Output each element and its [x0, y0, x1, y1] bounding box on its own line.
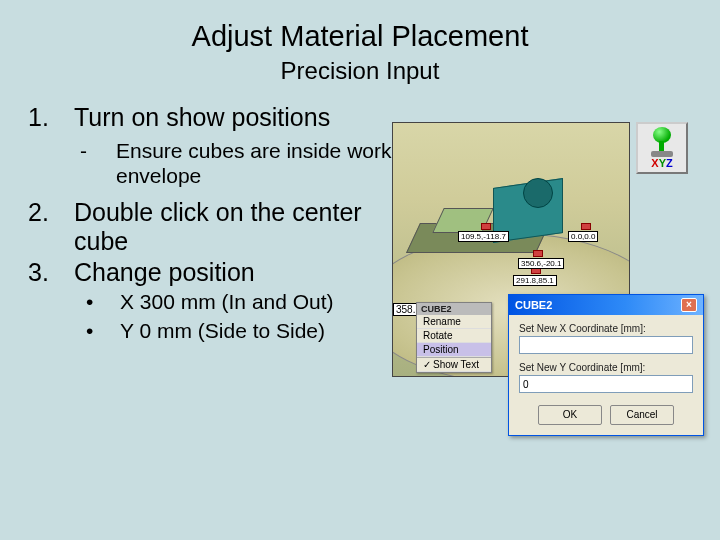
bullet-2-marker: • [78, 317, 120, 345]
ctx-rotate[interactable]: Rotate [417, 329, 491, 343]
check-icon: ✓ [423, 359, 433, 370]
y-coord-label: Set New Y Coordinate [mm]: [519, 362, 693, 373]
step-2-number: 2. [28, 198, 74, 256]
milling-machine [413, 168, 563, 258]
bullet-2-text: Y 0 mm (Side to Side) [120, 317, 325, 345]
bullet-1-text: X 300 mm (In and Out) [120, 288, 334, 316]
step-1-sub-marker: - [72, 138, 116, 188]
position-dialog: CUBE2 × Set New X Coordinate [mm]: Set N… [508, 294, 704, 436]
cube-marker [481, 223, 491, 230]
dialog-title-text: CUBE2 [515, 299, 552, 311]
step-3-text: Change position [74, 258, 255, 287]
cube-marker [581, 223, 591, 230]
y-coord-input[interactable] [519, 375, 693, 393]
xyz-z: Z [666, 157, 673, 169]
ctx-position[interactable]: Position [417, 343, 491, 357]
close-button[interactable]: × [681, 298, 697, 312]
machine-spindle [523, 178, 553, 208]
step-2-text: Double click on the center cube [74, 198, 374, 256]
coord-label: 291.8,85.1 [513, 275, 557, 286]
joystick-icon [653, 127, 671, 143]
context-menu: CUBE2 Rename Rotate Position ✓Show Text [416, 302, 492, 373]
coord-label: 109.5,-118.7 [458, 231, 509, 242]
step-1-number: 1. [28, 103, 74, 132]
step-3-number: 3. [28, 258, 74, 287]
cancel-button[interactable]: Cancel [610, 405, 674, 425]
coord-label: 0.0,0.0 [568, 231, 598, 242]
x-coord-input[interactable] [519, 336, 693, 354]
ok-button[interactable]: OK [538, 405, 602, 425]
dialog-buttons: OK Cancel [519, 405, 693, 425]
dialog-titlebar: CUBE2 × [509, 295, 703, 315]
slide-title: Adjust Material Placement [0, 0, 720, 53]
slide-subtitle: Precision Input [0, 53, 720, 103]
xyz-y: Y [659, 157, 666, 169]
coord-label: 350.6,-20.1 [518, 258, 564, 269]
ctx-rename[interactable]: Rename [417, 315, 491, 329]
xyz-x: X [651, 157, 658, 169]
ctx-show-text[interactable]: ✓Show Text [417, 357, 491, 372]
ctx-show-text-label: Show Text [433, 359, 479, 370]
cube-marker [533, 250, 543, 257]
x-coord-label: Set New X Coordinate [mm]: [519, 323, 693, 334]
context-menu-title: CUBE2 [417, 303, 491, 315]
step-1-text: Turn on show positions [74, 103, 330, 132]
bullet-1-marker: • [78, 288, 120, 316]
dialog-body: Set New X Coordinate [mm]: Set New Y Coo… [509, 315, 703, 435]
show-positions-button[interactable]: XYZ [636, 122, 688, 174]
xyz-label: XYZ [651, 157, 672, 169]
step-1-sub-text: Ensure cubes are inside work envelope [116, 138, 406, 188]
